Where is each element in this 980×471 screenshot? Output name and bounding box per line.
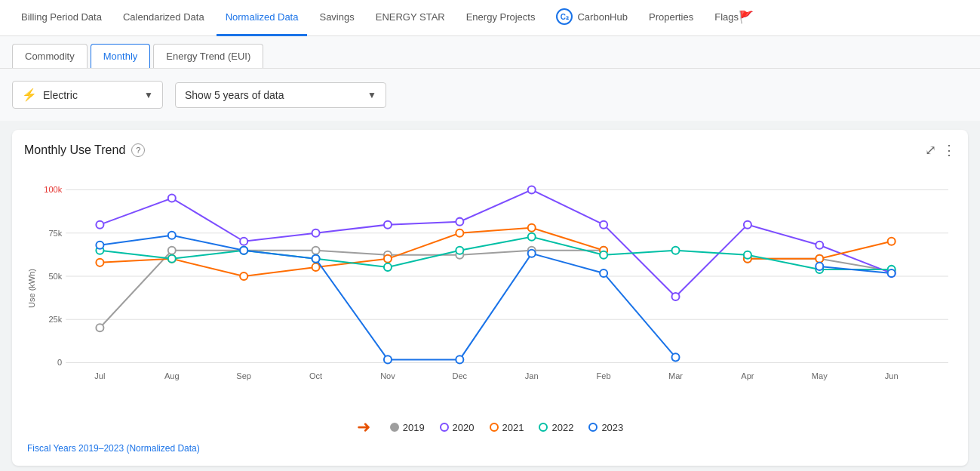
legend-arrow: ➜ [357, 417, 370, 437]
nav-carbonhub[interactable]: C₂ CarbonHub [547, 0, 637, 36]
chart-header: Monthly Use Trend ? ⤢ ⋮ [24, 142, 956, 159]
svg-text:Apr: Apr [741, 371, 754, 380]
legend-item-2021: 2021 [490, 422, 524, 433]
commodity-dropdown-arrow: ▼ [144, 90, 153, 100]
svg-point-39 [456, 218, 463, 226]
sub-navigation: Commodity Monthly Energy Trend (EUI) [0, 36, 980, 69]
legend-label-2022: 2022 [551, 422, 573, 433]
svg-point-56 [888, 238, 896, 245]
svg-point-40 [528, 186, 536, 193]
legend-item-2019: 2019 [390, 422, 425, 433]
more-options-icon[interactable]: ⋮ [942, 142, 956, 159]
electric-icon: ⚡ [22, 88, 37, 102]
svg-point-49 [312, 263, 320, 271]
svg-point-62 [456, 247, 463, 254]
legend-dot-2023 [588, 423, 598, 432]
svg-point-64 [600, 251, 607, 259]
svg-text:Aug: Aug [164, 371, 180, 380]
svg-point-72 [312, 255, 320, 263]
svg-point-26 [312, 247, 320, 254]
nav-normalized-data[interactable]: Normalized Data [217, 0, 308, 36]
controls-bar: ⚡ Electric ▼ Show 5 years of data ▼ [0, 69, 980, 121]
commodity-dropdown[interactable]: ⚡ Electric ▼ [12, 81, 163, 109]
legend-item-2022: 2022 [539, 422, 573, 433]
legend-label-2019: 2019 [403, 422, 425, 433]
svg-text:0: 0 [57, 358, 62, 367]
svg-point-79 [888, 269, 896, 277]
svg-point-38 [384, 221, 392, 229]
chart-legend: ➜ 2019 2020 2021 2022 2023 [24, 417, 956, 437]
commodity-label: Electric [43, 89, 78, 101]
chart-footer: Fiscal Years 2019–2023 (Normalized Data) [24, 443, 956, 454]
svg-point-51 [456, 229, 463, 237]
svg-point-76 [600, 269, 607, 277]
nav-flags[interactable]: Flags 🚩 [705, 0, 763, 36]
svg-text:Jul: Jul [94, 371, 105, 380]
svg-text:50k: 50k [48, 272, 62, 281]
svg-point-77 [671, 353, 679, 361]
svg-text:100k: 100k [44, 185, 62, 194]
nav-energy-projects[interactable]: Energy Projects [457, 0, 545, 36]
svg-point-69 [96, 242, 103, 249]
help-icon[interactable]: ? [131, 143, 145, 157]
svg-text:Feb: Feb [597, 371, 611, 380]
svg-text:May: May [812, 371, 828, 380]
svg-point-78 [816, 263, 823, 270]
nav-properties[interactable]: Properties [640, 0, 702, 36]
nav-calendarized-data[interactable]: Calendarized Data [114, 0, 214, 36]
svg-point-58 [168, 255, 176, 263]
nav-billing-period-data[interactable]: Billing Period Data [12, 0, 111, 36]
legend-label-2021: 2021 [502, 422, 524, 433]
svg-point-48 [240, 272, 247, 280]
legend-label-2020: 2020 [453, 422, 475, 433]
svg-point-55 [816, 255, 823, 263]
years-dropdown[interactable]: Show 5 years of data ▼ [175, 82, 386, 108]
tab-monthly[interactable]: Monthly [91, 44, 151, 68]
svg-point-24 [168, 247, 176, 254]
svg-point-66 [744, 251, 751, 259]
line-2019 [100, 251, 604, 328]
tab-commodity[interactable]: Commodity [12, 44, 88, 68]
svg-point-44 [816, 242, 823, 249]
svg-point-52 [528, 224, 536, 232]
svg-point-73 [384, 356, 392, 363]
svg-text:Jan: Jan [525, 371, 539, 380]
svg-text:Sep: Sep [236, 371, 251, 380]
legend-dot-2021 [490, 423, 499, 432]
tab-energy-trend[interactable]: Energy Trend (EUI) [153, 44, 263, 68]
svg-point-36 [240, 238, 247, 245]
chart-area: Use (kWh) 100k 75k 50k 25k 0 Jul Aug Sep… [24, 168, 956, 411]
legend-dot-2019 [390, 423, 399, 432]
expand-icon[interactable]: ⤢ [925, 142, 936, 159]
svg-point-50 [384, 255, 392, 263]
svg-text:Mar: Mar [668, 371, 683, 380]
years-label: Show 5 years of data [185, 89, 284, 101]
svg-point-65 [671, 247, 679, 254]
svg-text:Jun: Jun [885, 371, 899, 380]
svg-point-23 [96, 324, 103, 331]
chart-actions: ⤢ ⋮ [925, 142, 956, 159]
svg-text:Nov: Nov [380, 371, 395, 380]
svg-point-34 [96, 221, 103, 229]
legend-label-2023: 2023 [601, 422, 623, 433]
carbonhub-icon: C₂ [556, 8, 573, 25]
chart-container: Monthly Use Trend ? ⤢ ⋮ Use (kWh) 100k 7… [12, 130, 968, 466]
svg-point-63 [528, 233, 536, 241]
legend-dot-2020 [440, 423, 449, 432]
fiscal-year-label: Fiscal Years 2019–2023 (Normalized Data) [27, 443, 200, 454]
svg-point-43 [744, 221, 751, 229]
years-dropdown-arrow: ▼ [367, 90, 376, 100]
svg-point-70 [168, 232, 176, 239]
top-navigation: Billing Period Data Calendarized Data No… [0, 0, 980, 36]
svg-point-37 [312, 229, 320, 237]
svg-text:Dec: Dec [453, 371, 468, 380]
svg-point-71 [240, 247, 247, 254]
svg-point-61 [384, 263, 392, 271]
svg-point-46 [96, 259, 103, 266]
svg-text:Oct: Oct [309, 371, 322, 380]
nav-energy-star[interactable]: ENERGY STAR [367, 0, 454, 36]
svg-point-75 [528, 250, 536, 257]
nav-savings[interactable]: Savings [310, 0, 363, 36]
svg-text:25k: 25k [48, 315, 62, 324]
legend-item-2023: 2023 [588, 422, 623, 433]
